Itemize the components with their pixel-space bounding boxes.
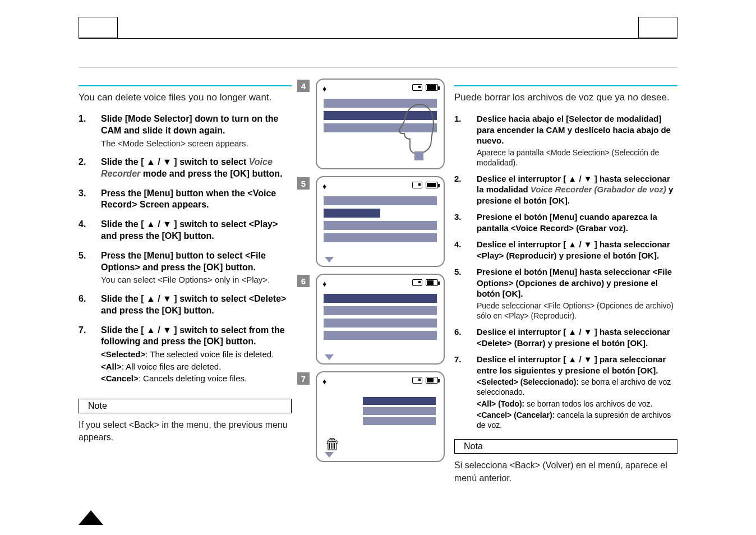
figure-7: ♦ 🗑 <box>316 371 445 462</box>
step-title: Deslice el interruptor [ ▲ / ▼ ] hasta s… <box>477 326 677 348</box>
figure-4: ♦ <box>316 79 445 169</box>
note-label-spanish: Nota <box>454 439 677 454</box>
step-1: 1. Deslice hacia abajo el [Selector de m… <box>454 113 677 168</box>
step-number: 7. <box>454 354 477 430</box>
step-number: 1. <box>79 113 101 149</box>
list-item-selected <box>324 294 437 303</box>
step-6: 6. Slide the [ ▲ / ▼ ] switch to select … <box>79 293 292 317</box>
step-title: Deslice hacia abajo el [Selector de moda… <box>477 114 671 145</box>
step-7: 7. Deslice el interruptor [ ▲ / ▼ ] para… <box>454 354 677 430</box>
step-number: 4. <box>454 239 477 261</box>
page-corner-top-right <box>638 17 677 38</box>
figure-number: 4 <box>297 80 310 92</box>
note-label-english: Note <box>79 399 292 413</box>
list-item-selected <box>324 209 380 218</box>
trash-icon: 🗑 <box>326 436 339 452</box>
step-title-italic: Voice Recorder (Grabador de voz) <box>531 185 666 194</box>
mic-icon: ♦ <box>322 182 326 191</box>
step-title: Slide the [ ▲ / ▼ ] switch to select <Pl… <box>101 219 292 242</box>
step-4: 4. Slide the [ ▲ / ▼ ] switch to select … <box>79 219 292 242</box>
column-figures: 4 ♦ 5 ♦ <box>292 79 454 485</box>
step-number: 5. <box>79 250 101 285</box>
chevron-down-icon <box>325 354 334 360</box>
card-icon <box>412 182 422 188</box>
page-corner-triangle-icon <box>79 510 103 525</box>
option-selected: <Selected> (Seleccionado): se borra el a… <box>477 377 677 397</box>
section-underline-right <box>454 79 677 86</box>
menu-bars <box>324 196 437 246</box>
step-3: 3. Presione el botón [Menu] cuando apare… <box>454 211 677 233</box>
content-columns: You can delete voice files you no longer… <box>79 79 677 485</box>
step-title: Slide the [ ▲ / ▼ ] switch to select <De… <box>101 293 292 317</box>
battery-icon <box>426 377 438 384</box>
step-4: 4. Deslice el interruptor [ ▲ / ▼ ] hast… <box>454 239 677 261</box>
dialog-options <box>363 397 436 427</box>
card-icon <box>412 279 422 286</box>
status-icons <box>412 377 438 384</box>
status-icons <box>412 84 438 91</box>
steps-english: 1. Slide [Mode Selector] down to turn on… <box>79 113 292 392</box>
step-subtext: The <Mode Selection> screen appears. <box>101 138 292 149</box>
list-item <box>324 306 437 315</box>
column-spanish: Puede borrar los archivos de voz que ya … <box>454 79 677 485</box>
step-subtext: You can select <File Options> only in <P… <box>101 274 292 285</box>
card-icon <box>412 377 422 384</box>
note-text-spanish: Si selecciona <Back> (Volver) en el menú… <box>454 459 677 485</box>
battery-icon <box>426 279 438 286</box>
figure-5-wrap: 5 ♦ <box>312 176 449 267</box>
figure-7-wrap: 7 ♦ 🗑 <box>312 371 449 462</box>
step-title-pre: Slide the [ ▲ / ▼ ] switch to select <box>101 157 249 167</box>
step-number: 3. <box>79 188 101 211</box>
head-silhouette-icon <box>385 100 436 156</box>
step-title: Slide [Mode Selector] down to turn on th… <box>101 114 278 135</box>
step-number: 6. <box>79 293 101 317</box>
step-title: Press the [Menu] button to select <File … <box>101 251 266 272</box>
step-number: 1. <box>454 113 477 168</box>
step-number: 5. <box>454 266 477 321</box>
step-number: 2. <box>454 173 477 206</box>
step-2: 2. Slide the [ ▲ / ▼ ] switch to select … <box>79 156 292 180</box>
section-underline-left <box>79 79 292 86</box>
battery-icon <box>426 84 438 91</box>
step-title: Deslice el interruptor [ ▲ / ▼ ] hasta s… <box>477 239 677 261</box>
option-all: <All> (Todo): se borran todos los archiv… <box>477 399 677 409</box>
figure-6: ♦ <box>316 274 445 365</box>
stop-icon <box>414 151 423 160</box>
intro-english: You can delete voice files you no longer… <box>79 92 292 103</box>
option-cancel: <Cancel> (Cancelar): cancela la supresió… <box>477 410 677 430</box>
list-item <box>324 331 437 340</box>
step-3: 3. Press the [Menu] button when the <Voi… <box>79 188 292 211</box>
step-number: 6. <box>454 326 477 348</box>
step-5: 5. Press the [Menu] button to select <Fi… <box>79 250 292 285</box>
step-7: 7. Slide the [ ▲ / ▼ ] switch to select … <box>79 325 292 384</box>
figure-5: ♦ <box>316 176 445 267</box>
figure-number: 7 <box>297 372 310 385</box>
list-item <box>324 319 437 328</box>
battery-icon <box>426 182 438 188</box>
step-title: Press the [Menu] button when the <Voice … <box>101 188 292 211</box>
step-1: 1. Slide [Mode Selector] down to turn on… <box>79 113 292 149</box>
step-number: 7. <box>79 325 101 384</box>
figure-4-wrap: 4 ♦ <box>312 79 449 169</box>
step-5: 5. Presione el botón [Menu] hasta selecc… <box>454 266 677 321</box>
menu-bars <box>324 294 437 343</box>
step-number: 2. <box>79 156 101 180</box>
figure-number: 6 <box>297 275 310 287</box>
step-2: 2. Deslice el interruptor [ ▲ / ▼ ] hast… <box>454 173 677 206</box>
card-icon <box>412 84 422 91</box>
step-number: 4. <box>79 219 101 242</box>
option-cancel: <Cancel>: Cancels deleting voice files. <box>101 373 292 384</box>
list-item-selected <box>363 397 436 405</box>
step-title-post: mode and press the [OK] button. <box>140 169 282 178</box>
option-all: <All>: All voice files are deleted. <box>101 361 292 372</box>
step-6: 6. Deslice el interruptor [ ▲ / ▼ ] hast… <box>454 326 677 348</box>
step-title: Presione el botón [Menu] cuando aparezca… <box>477 211 677 233</box>
list-item <box>324 196 437 205</box>
mic-icon: ♦ <box>322 279 326 288</box>
page-corner-top-left <box>79 17 118 38</box>
mic-icon: ♦ <box>322 377 326 386</box>
step-subtext: Aparece la pantalla <Mode Selection> (Se… <box>477 147 677 168</box>
list-item <box>324 233 437 242</box>
chevron-down-icon <box>325 257 334 262</box>
note-text-english: If you select <Back> in the menu, the pr… <box>79 419 292 444</box>
